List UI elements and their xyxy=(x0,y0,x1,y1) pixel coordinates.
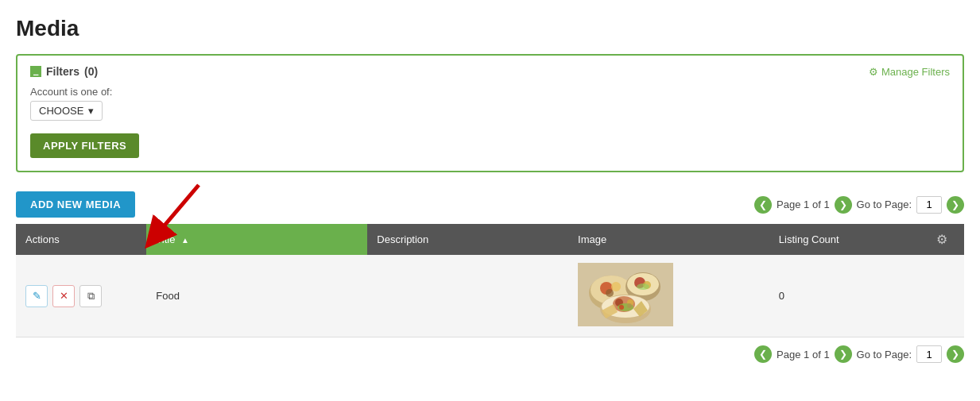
col-description: Description xyxy=(367,224,568,255)
table-header-row: Actions Title ▲ Description Image Listin… xyxy=(16,224,964,255)
edit-button[interactable]: ✎ xyxy=(25,285,48,307)
action-icons: ✎ ✕ ⧉ xyxy=(25,285,137,307)
chevron-right-icon-bottom: ❯ xyxy=(839,349,847,360)
col-title[interactable]: Title ▲ xyxy=(146,224,367,255)
bottom-pagination: ❮ Page 1 of 1 ❯ Go to Page: ❯ xyxy=(16,337,964,366)
filters-box: ⎯ Filters (0) ⚙ Manage Filters Account i… xyxy=(16,54,964,172)
chevron-right-icon-2: ❯ xyxy=(951,199,959,210)
page-title: Media xyxy=(16,16,964,41)
manage-filters-label: Manage Filters xyxy=(881,66,950,78)
chevron-right-icon: ❯ xyxy=(839,199,847,210)
svg-point-7 xyxy=(606,289,614,297)
delete-icon: ✕ xyxy=(60,290,68,302)
row-actions-cell: ✎ ✕ ⧉ xyxy=(16,255,146,337)
account-label: Account is one of: xyxy=(30,86,950,98)
filters-count: (0) xyxy=(84,65,98,78)
go-page-button-bottom[interactable]: ❯ xyxy=(947,345,964,363)
svg-point-20 xyxy=(627,303,632,308)
chevron-down-icon: ▾ xyxy=(88,105,94,117)
food-image xyxy=(578,263,673,326)
col-actions: Actions xyxy=(16,224,146,255)
delete-button[interactable]: ✕ xyxy=(52,285,75,307)
filters-title: ⎯ Filters (0) xyxy=(30,65,98,78)
chevron-left-icon-bottom: ❮ xyxy=(759,349,767,360)
choose-dropdown[interactable]: CHOOSE ▾ xyxy=(30,101,103,121)
row-settings-cell xyxy=(920,255,964,337)
go-to-page-input-bottom[interactable] xyxy=(916,345,942,363)
row-image-cell xyxy=(568,255,769,337)
row-description-cell xyxy=(367,255,568,337)
filter-row: Account is one of: CHOOSE ▾ xyxy=(30,86,950,121)
apply-filters-button[interactable]: APPLY FILTERS xyxy=(30,133,139,158)
go-page-button-top[interactable]: ❯ xyxy=(947,196,964,214)
col-title-label: Title xyxy=(156,233,175,245)
copy-button[interactable]: ⧉ xyxy=(79,285,102,307)
svg-point-6 xyxy=(611,282,621,291)
copy-icon: ⧉ xyxy=(87,290,95,303)
filters-label: Filters xyxy=(46,65,79,78)
filters-header: ⎯ Filters (0) ⚙ Manage Filters xyxy=(30,65,950,78)
manage-filters-link[interactable]: ⚙ Manage Filters xyxy=(869,66,950,78)
page-info-bottom: Page 1 of 1 xyxy=(777,349,830,361)
prev-page-button-top[interactable]: ❮ xyxy=(754,196,772,214)
row-title: Food xyxy=(156,290,180,302)
go-to-page-input-top[interactable] xyxy=(916,196,942,214)
col-image: Image xyxy=(568,224,769,255)
page-info-top: Page 1 of 1 xyxy=(777,199,830,210)
row-title-cell: Food xyxy=(146,255,367,337)
col-settings[interactable]: ⚙ xyxy=(920,224,964,255)
gear-icon: ⚙ xyxy=(869,66,878,78)
svg-point-19 xyxy=(619,305,624,310)
edit-icon: ✎ xyxy=(33,290,41,302)
go-to-label-top: Go to Page: xyxy=(857,199,912,210)
next-page-button-top[interactable]: ❯ xyxy=(835,196,852,214)
chevron-right-icon-bottom-2: ❯ xyxy=(951,349,959,360)
choose-label: CHOOSE xyxy=(39,105,83,117)
filters-icon: ⎯ xyxy=(30,66,41,77)
sort-icon: ▲ xyxy=(181,236,189,245)
toolbar-row: ADD NEW MEDIA ❮ Page 1 of 1 ❯ Go to Page… xyxy=(16,185,964,224)
top-pagination: ❮ Page 1 of 1 ❯ Go to Page: ❯ xyxy=(754,196,964,214)
media-table: Actions Title ▲ Description Image Listin… xyxy=(16,224,964,337)
prev-page-button-bottom[interactable]: ❮ xyxy=(754,345,772,363)
row-listing-count: 0 xyxy=(779,290,784,302)
chevron-left-icon: ❮ xyxy=(759,199,767,210)
col-listing-count: Listing Count xyxy=(769,224,920,255)
go-to-label-bottom: Go to Page: xyxy=(857,349,912,361)
add-new-media-button[interactable]: ADD NEW MEDIA xyxy=(16,191,135,218)
next-page-button-bottom[interactable]: ❯ xyxy=(835,345,852,363)
table-row: ✎ ✕ ⧉ Food xyxy=(16,255,964,337)
svg-point-12 xyxy=(637,283,649,290)
row-listing-count-cell: 0 xyxy=(769,255,920,337)
table-settings-gear-icon[interactable]: ⚙ xyxy=(929,232,955,247)
